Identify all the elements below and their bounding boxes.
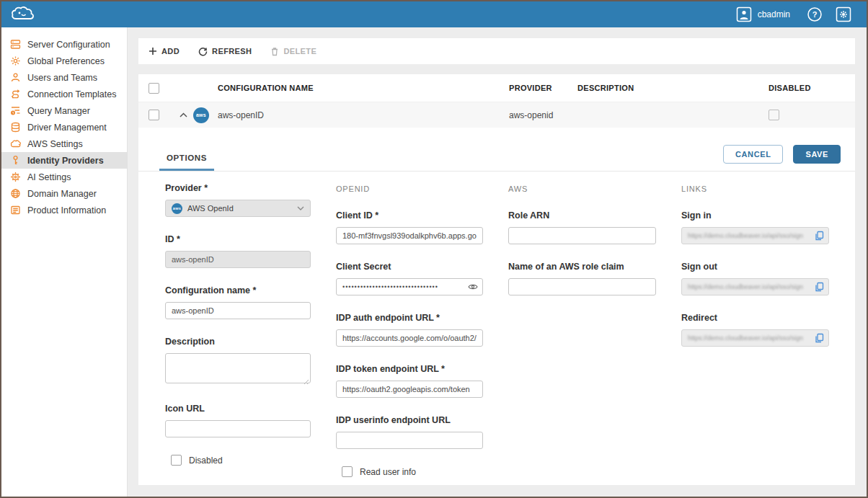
sidebar-item-label: Domain Manager (27, 189, 97, 199)
copy-icon[interactable] (815, 333, 824, 343)
cloudbeaver-logo-icon (10, 4, 39, 25)
client-secret-field[interactable] (336, 278, 483, 295)
aws-section-label: AWS (508, 184, 656, 193)
sidebar-item-label: Connection Templates (27, 89, 116, 99)
gear-icon (10, 55, 21, 66)
query-icon (10, 105, 21, 116)
user-menu[interactable]: cbadmin (726, 1, 800, 27)
row-checkbox[interactable] (149, 110, 159, 120)
editor-actions: CANCEL SAVE (723, 145, 841, 171)
configuration-name-field[interactable] (165, 302, 311, 319)
row-provider: aws-openid (509, 110, 577, 120)
provider-editor: OPTIONS CANCEL SAVE Provider * aws AWS O… (138, 128, 855, 485)
column-configuration-name: CONFIGURATION NAME (218, 84, 509, 92)
aws-column: AWS Role ARN Name of an AWS role claim (508, 183, 656, 485)
role-arn-label: Role ARN (508, 210, 656, 221)
row-disabled-checkbox[interactable] (769, 110, 779, 120)
general-column: Provider * aws AWS OpenId ID * Configura… (165, 183, 311, 485)
role-claim-label: Name of an AWS role claim (508, 262, 656, 272)
sign-out-url-field: https://demo.cloudbeaver.io/api/sso/sign (681, 278, 829, 295)
sidebar-item-users-and-teams[interactable]: Users and Teams (1, 69, 127, 86)
save-button[interactable]: SAVE (793, 145, 841, 164)
sidebar-item-label: AWS Settings (27, 139, 83, 149)
read-user-info-row: Read user info (342, 466, 483, 477)
sidebar-item-identity-providers[interactable]: Identity Providers (1, 152, 127, 169)
disabled-check-row: Disabled (171, 455, 311, 466)
id-field[interactable] (165, 251, 311, 268)
settings-button[interactable] (829, 1, 858, 27)
key-icon (10, 155, 21, 166)
sidebar-item-global-preferences[interactable]: Global Preferences (1, 53, 127, 69)
disabled-checkbox-label: Disabled (189, 455, 223, 466)
copy-icon[interactable] (815, 231, 824, 241)
idp-userinfo-endpoint-field[interactable] (336, 432, 483, 449)
providers-panel: CONFIGURATION NAME PROVIDER DESCRIPTION … (138, 74, 855, 485)
database-icon (10, 122, 21, 133)
aws-provider-icon: aws (172, 203, 182, 214)
read-user-info-checkbox[interactable] (342, 466, 353, 477)
delete-button-label: DELETE (283, 47, 316, 55)
add-button[interactable]: ADD (149, 47, 180, 55)
idp-token-endpoint-field[interactable] (336, 381, 483, 398)
table-row[interactable]: aws aws-openID aws-openid (138, 102, 855, 128)
column-description: DESCRIPTION (577, 84, 769, 92)
provider-select-value: AWS OpenId (187, 204, 234, 213)
svg-text:?: ? (812, 10, 818, 19)
idp-token-endpoint-label: IDP token endpoint URL * (336, 364, 483, 374)
client-id-label: Client ID * (336, 210, 483, 221)
client-secret-label: Client Secret (336, 262, 483, 272)
eye-icon[interactable] (468, 283, 478, 290)
idp-auth-endpoint-field[interactable] (336, 329, 483, 347)
openid-column: OPENID Client ID * Client Secret (336, 183, 483, 485)
sidebar-item-domain-manager[interactable]: Domain Manager (1, 185, 127, 202)
sidebar-item-label: Server Configuration (27, 40, 110, 50)
description-label: Description (165, 337, 311, 347)
description-field[interactable] (165, 353, 311, 383)
admin-sidebar: Server Configuration Global Preferences … (1, 27, 128, 497)
role-claim-field[interactable] (508, 278, 656, 295)
provider-label: Provider * (165, 183, 311, 193)
role-arn-field[interactable] (508, 227, 656, 244)
redirect-url-field: https://demo.cloudbeaver.io/api/sso/sign (681, 329, 829, 347)
icon-url-field[interactable] (165, 420, 311, 437)
sign-in-label: Sign in (681, 210, 829, 221)
main-content: ADD REFRESH DELETE (128, 27, 867, 497)
configuration-name-label: Configuration name * (165, 285, 311, 295)
column-disabled: DISABLED (769, 84, 855, 92)
sidebar-item-label: AI Settings (27, 172, 71, 182)
sidebar-item-connection-templates[interactable]: Connection Templates (1, 86, 127, 102)
sidebar-item-label: Users and Teams (27, 73, 97, 83)
globe-icon (10, 188, 21, 199)
sidebar-item-query-manager[interactable]: Query Manager (1, 102, 127, 119)
sidebar-item-driver-management[interactable]: Driver Management (1, 119, 127, 135)
links-column: LINKS Sign in https://demo.cloudbeaver.i… (681, 183, 829, 485)
refresh-button[interactable]: REFRESH (198, 47, 252, 56)
options-form: Provider * aws AWS OpenId ID * Configura… (138, 172, 855, 485)
disabled-checkbox[interactable] (171, 455, 182, 466)
refresh-button-label: REFRESH (212, 47, 252, 55)
editor-head: OPTIONS CANCEL SAVE (138, 128, 855, 172)
items-toolbar: ADD REFRESH DELETE (138, 38, 855, 64)
sign-in-url-field: https://demo.cloudbeaver.io/api/sso/sign (681, 227, 829, 244)
select-all-checkbox[interactable] (149, 83, 159, 94)
sidebar-item-product-information[interactable]: Product Information (1, 202, 127, 218)
trash-icon (270, 47, 279, 56)
tab-options[interactable]: OPTIONS (159, 154, 214, 171)
delete-button[interactable]: DELETE (270, 47, 316, 56)
sidebar-item-server-configuration[interactable]: Server Configuration (1, 36, 127, 53)
sidebar-item-label: Query Manager (27, 106, 90, 116)
copy-icon[interactable] (815, 282, 824, 292)
cancel-button[interactable]: CANCEL (723, 145, 783, 164)
id-label: ID * (165, 234, 311, 244)
table-header: CONFIGURATION NAME PROVIDER DESCRIPTION … (138, 74, 855, 102)
sidebar-item-ai-settings[interactable]: AI Settings (1, 169, 127, 185)
collapse-row-button[interactable] (173, 112, 193, 117)
provider-select[interactable]: aws AWS OpenId (165, 200, 311, 217)
chevron-up-icon (180, 112, 187, 117)
sidebar-item-aws-settings[interactable]: AWS Settings (1, 135, 127, 152)
top-bar: cbadmin ? (1, 1, 867, 27)
column-provider: PROVIDER (509, 84, 577, 92)
help-button[interactable]: ? (800, 1, 829, 27)
client-id-field[interactable] (336, 227, 483, 244)
add-button-label: ADD (161, 47, 180, 55)
